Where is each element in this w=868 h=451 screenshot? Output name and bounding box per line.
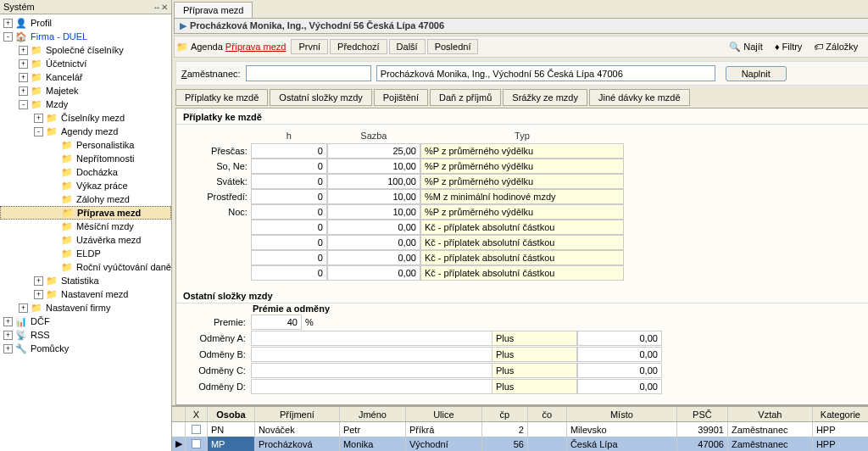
cell-typ[interactable]: %P z průměrného výdělku (420, 143, 624, 159)
tree-item[interactable]: +📁Statistika (0, 274, 171, 287)
find-button[interactable]: 🔍Najít (724, 40, 768, 54)
tree-item[interactable]: -📁Mzdy (0, 97, 171, 111)
expand-icon[interactable]: + (34, 290, 43, 299)
cell-h[interactable]: 0 (251, 159, 327, 174)
expand-icon[interactable] (50, 209, 59, 218)
subtab[interactable]: Jiné dávky ke mzdě (589, 89, 690, 106)
tree-item[interactable]: 📁Měsíční mzdy (0, 220, 171, 233)
tree-item[interactable]: +📁Kancelář (0, 70, 171, 84)
tree-item[interactable]: 📁Zálohy mezd (0, 192, 171, 206)
odmeny-text-input[interactable] (251, 379, 492, 394)
tree-item[interactable]: +🔧Pomůcky (0, 342, 171, 355)
nav-first-button[interactable]: První (291, 39, 328, 54)
nav-next-button[interactable]: Další (389, 39, 426, 54)
cell-typ[interactable]: Kč - příplatek absolutní částkou (420, 250, 624, 265)
odmeny-plus-input[interactable] (492, 379, 577, 394)
col-ulice[interactable]: Ulice (406, 407, 482, 421)
odmeny-plus-input[interactable] (492, 331, 577, 346)
col-vztah[interactable]: Vztah (728, 407, 813, 421)
tree-item[interactable]: -📁Agendy mezd (0, 125, 171, 138)
subtab[interactable]: Ostatní složky mzdy (270, 89, 371, 106)
odmeny-plus-input[interactable] (492, 347, 577, 362)
tree-item[interactable]: +📡RSS (0, 328, 171, 342)
tree-item[interactable]: +📁Majetek (0, 84, 171, 97)
col-misto[interactable]: Místo (567, 407, 677, 421)
tree-item[interactable]: +📁Společné číselníky (0, 43, 171, 57)
odmeny-value-input[interactable] (577, 379, 662, 394)
cell-h[interactable]: 0 (251, 174, 327, 189)
tree-item[interactable]: +📁Nastavení firmy (0, 301, 171, 315)
expand-icon[interactable] (49, 181, 58, 191)
bookmarks-button[interactable]: 🏷Záložky (809, 40, 863, 54)
cell-sazba[interactable]: 0,00 (327, 235, 420, 250)
odmeny-value-input[interactable] (577, 331, 662, 346)
col-cp[interactable]: čp (482, 407, 528, 421)
expand-icon[interactable] (49, 263, 58, 272)
odmeny-plus-input[interactable] (492, 363, 577, 378)
employee-code-input[interactable] (246, 65, 371, 81)
expand-icon[interactable]: + (3, 344, 13, 354)
expand-icon[interactable] (49, 236, 58, 245)
expand-icon[interactable]: + (19, 73, 28, 82)
tree-item[interactable]: 📁Uzávěrka mezd (0, 233, 171, 247)
col-osoba[interactable]: Osoba (208, 407, 255, 421)
col-psc[interactable]: PSČ (677, 407, 728, 421)
cell-checkbox[interactable] (186, 437, 208, 451)
odmeny-text-input[interactable] (251, 347, 492, 362)
cell-typ[interactable]: %P z průměrného výdělku (420, 159, 624, 174)
subtab[interactable]: Daň z příjmů (430, 89, 501, 106)
subtab[interactable]: Srážky ze mzdy (503, 89, 587, 106)
expand-icon[interactable]: + (19, 46, 28, 55)
cell-h[interactable]: 0 (251, 265, 327, 281)
expand-icon[interactable] (49, 249, 58, 259)
expand-icon[interactable]: - (19, 100, 28, 109)
nav-last-button[interactable]: Poslední (427, 39, 479, 54)
cell-typ[interactable]: Kč - příplatek absolutní částkou (420, 265, 624, 281)
tree-item[interactable]: 📁ELDP (0, 247, 171, 260)
employee-name-input[interactable] (376, 65, 715, 81)
tree-item[interactable]: -🏠Firma - DUEL (0, 30, 171, 43)
expand-icon[interactable]: + (3, 317, 13, 326)
cell-typ[interactable]: Kč - příplatek absolutní částkou (420, 235, 624, 250)
tree-item[interactable]: 📁Docházka (0, 165, 171, 179)
odmeny-text-input[interactable] (251, 363, 492, 378)
cell-sazba[interactable]: 0,00 (327, 220, 420, 235)
expand-icon[interactable]: + (34, 114, 43, 123)
cell-sazba[interactable]: 100,00 (327, 174, 420, 189)
subtab[interactable]: Pojištění (374, 89, 428, 106)
tree-item[interactable]: 📁Roční vyúčtování daně (0, 260, 171, 274)
cell-typ[interactable]: %P z průměrného výdělku (420, 174, 624, 189)
expand-icon[interactable]: - (34, 127, 43, 136)
nav-tree[interactable]: +👤Profil-🏠Firma - DUEL+📁Společné číselní… (0, 14, 171, 451)
odmeny-text-input[interactable] (251, 331, 492, 346)
cell-typ[interactable]: %P z průměrného výdělku (420, 204, 624, 220)
tree-item[interactable]: +📁Nastavení mezd (0, 287, 171, 301)
cell-h[interactable]: 0 (251, 189, 327, 204)
col-co[interactable]: čo (528, 407, 567, 421)
cell-typ[interactable]: %M z minimální hodinové mzdy (420, 189, 624, 204)
cell-sazba[interactable]: 0,00 (327, 250, 420, 265)
expand-icon[interactable] (49, 141, 58, 150)
odmeny-value-input[interactable] (577, 363, 662, 378)
tree-item[interactable]: +📊DČF (0, 315, 171, 328)
col-prijmeni[interactable]: Příjmení (255, 407, 340, 421)
limit-button[interactable]: ◐Omezení (865, 40, 868, 54)
expand-icon[interactable] (49, 222, 58, 231)
tree-item[interactable]: 📁Příprava mezd (0, 206, 171, 220)
table-row[interactable]: PNNováčekPetrPříkrá2Milevsko39901Zaměstn… (172, 422, 868, 437)
expand-icon[interactable]: + (3, 19, 13, 28)
expand-icon[interactable]: + (19, 59, 28, 69)
expand-icon[interactable] (49, 154, 58, 164)
subtab[interactable]: Příplatky ke mzdě (175, 89, 268, 106)
cell-h[interactable]: 0 (251, 143, 327, 159)
tree-item[interactable]: +📁Číselníky mezd (0, 111, 171, 125)
cell-sazba[interactable]: 10,00 (327, 189, 420, 204)
col-jmeno[interactable]: Jméno (340, 407, 406, 421)
cell-sazba[interactable]: 0,00 (327, 265, 420, 281)
expand-icon[interactable]: + (34, 276, 43, 286)
tree-item[interactable]: 📁Nepřítomnosti (0, 152, 171, 165)
cell-sazba[interactable]: 10,00 (327, 159, 420, 174)
expand-icon[interactable]: + (3, 331, 13, 340)
fill-button[interactable]: Naplnit (726, 66, 787, 81)
filter-button[interactable]: ♦Filtry (770, 40, 807, 54)
